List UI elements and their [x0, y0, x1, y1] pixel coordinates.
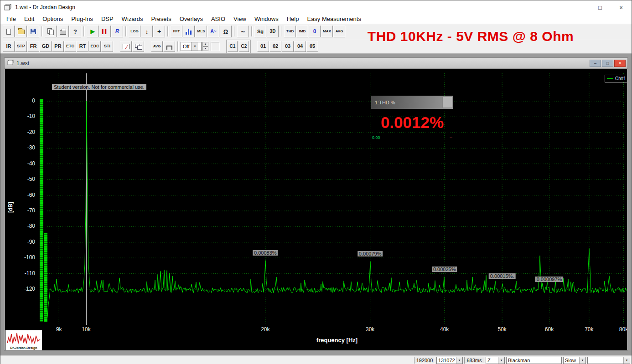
generator-combo-spinner[interactable]: ▲▼: [202, 42, 208, 51]
minimize-button[interactable]: –: [569, 0, 590, 14]
spinner-down-icon[interactable]: ▼: [202, 46, 208, 51]
impedance-button[interactable]: Ω: [220, 26, 232, 37]
fft-button-label: FFT: [173, 30, 180, 33]
help-button[interactable]: ?: [69, 26, 81, 37]
c2-button[interactable]: C2: [239, 41, 249, 52]
print-icon: [60, 30, 66, 35]
child-maximize-button[interactable]: □: [602, 60, 613, 67]
etc-button-label: ETC: [66, 44, 74, 48]
rt-button[interactable]: RT: [77, 41, 88, 52]
menu-presets[interactable]: Presets: [147, 14, 176, 24]
menu-asio[interactable]: ASIO: [207, 14, 229, 24]
menu-dsp[interactable]: DSP: [97, 14, 118, 24]
thd-readout-panel: 1:THD % 0.0012% 0.00 --: [371, 96, 453, 140]
extra-combo[interactable]: ▼: [587, 357, 630, 364]
preset-05-button[interactable]: 05: [306, 41, 318, 52]
pause-button[interactable]: ▌▌: [99, 26, 111, 37]
spinner-up-icon[interactable]: ▲: [202, 42, 208, 46]
spectrum-chart[interactable]: [47, 73, 627, 325]
spectrum-trace: [47, 101, 627, 318]
chevron-down-icon[interactable]: ▼: [456, 357, 462, 364]
record-button-label: R: [115, 29, 119, 34]
ir-button[interactable]: IR: [3, 41, 15, 52]
child-window-icon: [7, 60, 14, 67]
stp-button[interactable]: STP: [15, 41, 27, 52]
signal-generator-button[interactable]: ~: [237, 26, 249, 37]
open-button[interactable]: [15, 26, 27, 37]
play-button[interactable]: ▶: [87, 26, 98, 37]
generator-combo[interactable]: Off▼: [181, 42, 202, 51]
close-button[interactable]: ×: [611, 0, 632, 14]
chevron-down-icon[interactable]: ▼: [623, 357, 630, 364]
legend-label: Ch#1: [615, 76, 626, 81]
preset-03-button[interactable]: 03: [282, 41, 294, 52]
page-icon: [6, 29, 11, 35]
spectrum-bars-button[interactable]: [183, 26, 195, 37]
fft-size-combo[interactable]: 131072▼: [436, 357, 463, 364]
generator-level-box[interactable]: [211, 42, 220, 51]
menu-easy-measurements[interactable]: Easy Measurements: [303, 14, 365, 24]
print-button[interactable]: [57, 26, 69, 37]
preset-04-button[interactable]: 04: [294, 41, 306, 52]
weighting-button[interactable]: A~: [207, 26, 219, 37]
y-scale-button[interactable]: ↕: [141, 26, 153, 37]
measurement-banner: THD 10KHz - 5V RMS @ 8 Ohm: [361, 29, 580, 44]
preset-01-button-label: 01: [260, 44, 266, 49]
menu-bar: FileEditOptionsPlug-InsDSPWizardsPresets…: [0, 14, 632, 24]
sg-button[interactable]: Sg: [254, 26, 266, 37]
fft-button[interactable]: FFT: [171, 26, 182, 37]
menu-edit[interactable]: Edit: [20, 14, 38, 24]
weighting-combo[interactable]: Z▼: [486, 357, 505, 364]
pause-button-label: ▌▌: [102, 30, 108, 34]
spectrum-plot-area[interactable]: [dB] Student version. Not for commercial…: [5, 69, 627, 350]
zero-button[interactable]: 0: [309, 26, 321, 37]
pan-button[interactable]: +: [153, 26, 165, 37]
menu-file[interactable]: File: [2, 14, 20, 24]
preset-02-button[interactable]: 02: [269, 41, 281, 52]
fr-button[interactable]: FR: [27, 41, 39, 52]
averaging-combo[interactable]: Slow▼: [563, 357, 586, 364]
copy-button[interactable]: [45, 26, 57, 37]
child-minimize-button[interactable]: –: [590, 60, 601, 67]
chevron-down-icon[interactable]: ▼: [579, 357, 585, 364]
avg-mode-button[interactable]: AVG: [151, 41, 163, 52]
etc-button[interactable]: ETC: [64, 41, 76, 52]
level-meter-peak: [40, 99, 43, 322]
imd-button[interactable]: IMD: [296, 26, 308, 37]
record-button[interactable]: R: [111, 26, 123, 37]
menu-overlays[interactable]: Overlays: [176, 14, 207, 24]
chevron-down-icon[interactable]: ▼: [191, 42, 198, 51]
menu-wizards[interactable]: Wizards: [118, 14, 147, 24]
menu-view[interactable]: View: [229, 14, 250, 24]
pulse-button[interactable]: [163, 41, 175, 52]
child-title-bar[interactable]: 1.wst –□×: [5, 58, 627, 69]
pr-button[interactable]: PR: [52, 41, 64, 52]
avg-button[interactable]: AVG: [333, 26, 345, 37]
menu-options[interactable]: Options: [38, 14, 67, 24]
edc-button[interactable]: EDC: [89, 41, 101, 52]
chevron-down-icon[interactable]: ▼: [498, 357, 504, 364]
3d-button[interactable]: 3D: [267, 26, 279, 37]
preset-01-button[interactable]: 01: [257, 41, 269, 52]
gd-button[interactable]: GD: [40, 41, 52, 52]
menu-help[interactable]: Help: [283, 14, 303, 24]
thd-readout-button[interactable]: [442, 97, 452, 108]
status-bar: 192000131072▼683msZ▼BlackmanSlow▼▼: [0, 355, 632, 364]
mls-button[interactable]: MLS: [195, 26, 207, 37]
overlay-windows-button[interactable]: [132, 41, 144, 52]
transfer-view-button[interactable]: [120, 41, 132, 52]
toolbar-separator: [83, 26, 85, 36]
child-close-button[interactable]: ×: [614, 60, 626, 67]
max-button[interactable]: MAX: [321, 26, 333, 37]
c1-button[interactable]: C1: [228, 41, 238, 52]
new-button[interactable]: [3, 26, 15, 37]
menu-windows[interactable]: Windows: [250, 14, 283, 24]
thd-button[interactable]: THD: [284, 26, 296, 37]
menu-plug-ins[interactable]: Plug-Ins: [67, 14, 97, 24]
sti-button[interactable]: STI: [101, 41, 113, 52]
save-button[interactable]: [27, 26, 39, 37]
log-scale-button[interactable]: LOG: [129, 26, 140, 37]
maximize-button[interactable]: □: [590, 0, 611, 14]
y-tick-label: -40: [14, 160, 35, 167]
thd-readout-titlebar[interactable]: 1:THD %: [371, 96, 453, 109]
